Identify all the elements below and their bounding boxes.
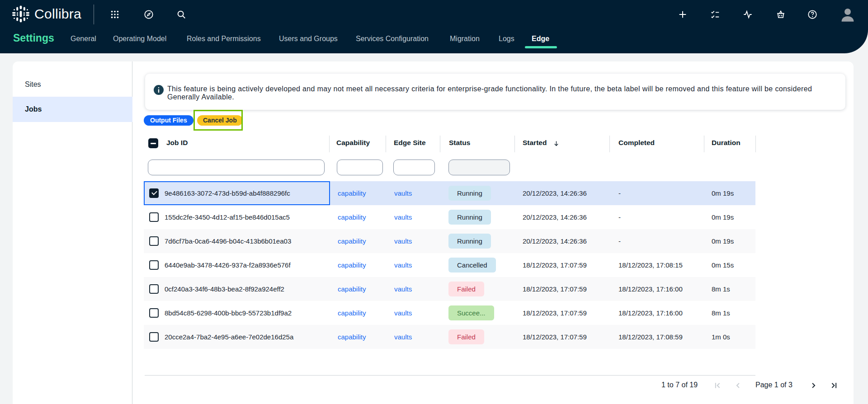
job-id-cell: 8bd54c85-6298-400b-bbc9-55723b1df9a2 (165, 301, 292, 325)
edge-site-link[interactable]: vaults (394, 189, 412, 197)
edge-site-link[interactable]: vaults (394, 237, 412, 245)
completed-cell: - (618, 205, 621, 229)
edge-site-link[interactable]: vaults (394, 285, 412, 293)
tab-operating-model[interactable]: Operating Model (113, 35, 166, 43)
duration-cell: 8m 1s (712, 301, 730, 325)
row-checkbox[interactable] (149, 308, 159, 318)
filter-job-id[interactable] (148, 160, 325, 175)
status-badge: Running (448, 234, 491, 249)
job-id-cell: 0cf240a3-34f6-48b3-bea2-8f92a924eff2 (165, 277, 284, 301)
basket-icon[interactable] (776, 9, 786, 19)
page-label: Page 1 of 3 (755, 381, 793, 389)
started-cell: 18/12/2023, 17:07:59 (523, 301, 587, 325)
status-badge: Running (448, 210, 491, 225)
table-row[interactable]: 8bd54c85-6298-400b-bbc9-55723b1df9a2 cap… (144, 301, 755, 325)
col-header-duration[interactable]: Duration (712, 139, 741, 147)
add-icon[interactable] (678, 9, 688, 19)
started-cell: 20/12/2023, 14:26:36 (523, 181, 587, 205)
started-cell: 20/12/2023, 14:26:36 (523, 205, 587, 229)
table-row[interactable]: 20cce2a4-7ba2-4e95-a6ee-7e02de16d25a cap… (144, 325, 755, 349)
edge-site-link[interactable]: vaults (394, 213, 412, 221)
edge-site-link[interactable]: vaults (394, 333, 412, 341)
cancel-job-highlight (193, 110, 243, 131)
row-checkbox[interactable] (149, 212, 159, 222)
row-checkbox[interactable] (149, 284, 159, 294)
sort-desc-icon[interactable] (553, 140, 560, 147)
completed-cell: - (618, 229, 621, 253)
job-id-cell: 7d6cf7ba-0ca6-4496-b04c-413b6b01ea03 (165, 229, 291, 253)
completed-cell: 18/12/2023, 17:16:00 (618, 301, 683, 325)
capability-link[interactable]: capability (338, 189, 366, 197)
status-badge: Failed (448, 329, 484, 344)
duration-cell: 0m 19s (712, 181, 734, 205)
filter-edge-site[interactable] (393, 160, 435, 175)
capability-link[interactable]: capability (338, 285, 366, 293)
col-header-edge-site[interactable]: Edge Site (394, 139, 426, 147)
status-badge: Failed (448, 282, 484, 296)
beta-banner-line1: This feature is being actively developed… (167, 85, 812, 93)
col-divider (704, 136, 704, 152)
info-icon (154, 85, 164, 95)
col-header-completed[interactable]: Completed (618, 139, 655, 147)
status-badge: Succee... (448, 305, 494, 320)
row-checkbox[interactable] (149, 332, 159, 342)
table-row[interactable]: 7d6cf7ba-0ca6-4496-b04c-413b6b01ea03 cap… (144, 229, 755, 253)
help-icon[interactable] (807, 9, 817, 19)
table-row[interactable]: 0cf240a3-34f6-48b3-bea2-8f92a924eff2 cap… (144, 277, 755, 301)
output-files-button[interactable]: Output Files (144, 115, 193, 126)
beta-banner-text: This feature is being actively developed… (167, 85, 812, 101)
duration-cell: 0m 19s (712, 205, 734, 229)
tab-logs[interactable]: Logs (499, 35, 514, 43)
col-divider (329, 136, 330, 152)
col-header-started[interactable]: Started (523, 139, 547, 147)
next-page-button[interactable] (809, 381, 818, 390)
compass-icon[interactable] (144, 9, 154, 19)
capability-link[interactable]: capability (338, 213, 366, 221)
table-row[interactable]: 9e486163-3072-473d-b59d-ab4f888296fc cap… (144, 181, 755, 205)
col-header-job-id[interactable]: Job ID (166, 139, 188, 147)
sidebar-item-jobs[interactable]: Jobs (13, 97, 132, 122)
tab-services-configuration[interactable]: Services Configuration (356, 35, 429, 43)
tab-general[interactable]: General (71, 35, 96, 43)
filter-status[interactable] (448, 160, 510, 175)
row-checkbox[interactable] (149, 236, 159, 246)
col-divider (755, 136, 756, 152)
select-all-checkbox[interactable] (148, 138, 158, 148)
tab-users-and-groups[interactable]: Users and Groups (279, 35, 338, 43)
capability-link[interactable]: capability (338, 309, 366, 317)
col-divider (609, 136, 610, 152)
table-body: 9e486163-3072-473d-b59d-ab4f888296fc cap… (144, 181, 755, 349)
apps-grid-icon[interactable] (110, 9, 120, 19)
capability-link[interactable]: capability (338, 237, 366, 245)
filter-capability[interactable] (337, 160, 383, 175)
prev-page-button[interactable] (733, 381, 742, 390)
tab-edge[interactable]: Edge (532, 35, 549, 43)
job-id-cell: 20cce2a4-7ba2-4e95-a6ee-7e02de16d25a (165, 325, 293, 349)
table-row[interactable]: 155dc2fe-3450-4d12-af15-be846d015ac5 cap… (144, 205, 755, 229)
row-checkbox[interactable] (149, 260, 159, 270)
capability-link[interactable]: capability (338, 261, 366, 269)
search-icon[interactable] (176, 9, 186, 19)
col-divider (386, 136, 386, 152)
table-row[interactable]: 6440e9ab-3478-4426-937a-f2a8936e576f cap… (144, 253, 755, 277)
col-header-capability[interactable]: Capability (336, 139, 370, 147)
tasks-icon[interactable] (710, 9, 720, 19)
status-badge: Cancelled (448, 258, 496, 272)
tab-roles-and-permissions[interactable]: Roles and Permissions (187, 35, 261, 43)
col-header-status[interactable]: Status (449, 139, 470, 147)
job-id-cell: 6440e9ab-3478-4426-937a-f2a8936e576f (165, 253, 291, 277)
edge-site-link[interactable]: vaults (394, 309, 412, 317)
edge-site-link[interactable]: vaults (394, 261, 412, 269)
last-page-button[interactable] (830, 381, 839, 390)
tab-migration[interactable]: Migration (450, 35, 480, 43)
duration-cell: 0m 19s (712, 229, 734, 253)
row-range-label: 1 to 7 of 19 (661, 381, 698, 389)
first-page-button[interactable] (713, 381, 722, 390)
completed-cell: 18/12/2023, 17:08:15 (618, 253, 683, 277)
user-avatar[interactable] (839, 6, 856, 23)
active-tab-underline (525, 46, 557, 48)
sidebar-item-sites[interactable]: Sites (13, 72, 132, 97)
started-cell: 20/12/2023, 14:26:36 (523, 229, 587, 253)
activity-icon[interactable] (743, 9, 753, 19)
capability-link[interactable]: capability (338, 333, 366, 341)
